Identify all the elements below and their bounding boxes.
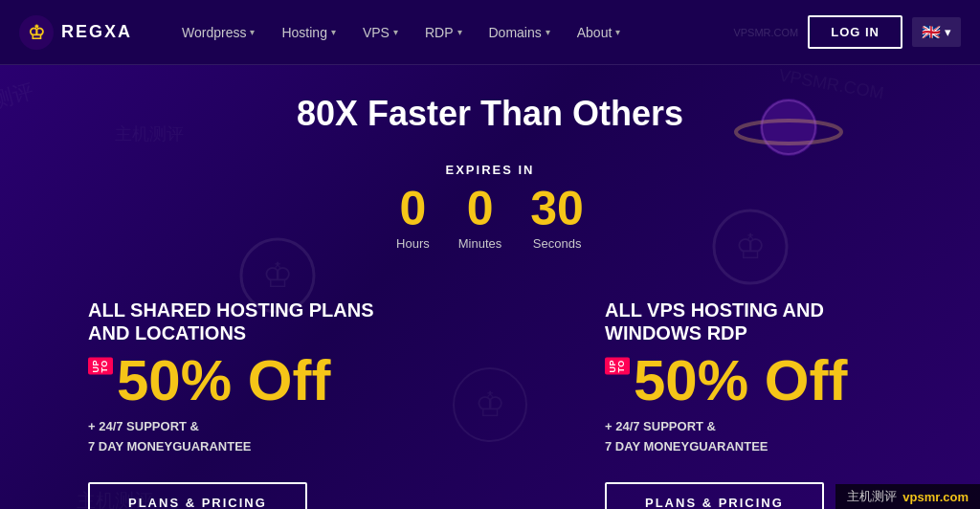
countdown-hours: 0 Hours (396, 185, 430, 251)
nav-right: VPSMR.COM LOG IN 🇬🇧 ▾ (733, 15, 961, 49)
expires-section: EXPIRES IN 0 Hours 0 Minutes 30 Seconds (396, 163, 584, 251)
login-button[interactable]: LOG IN (808, 15, 902, 49)
chevron-down-icon: ▾ (945, 25, 951, 39)
offer-card-vps-hosting: ALL VPS HOSTING AND WINDOWS RDP UPTO 50%… (567, 279, 930, 509)
discount-right: 50% Off (634, 352, 847, 409)
logo-icon: ♔ (19, 15, 54, 50)
up-to-badge-right: UPTO (605, 358, 630, 375)
offer-right-title: ALL VPS HOSTING AND WINDOWS RDP (605, 299, 892, 344)
discount-row-right: UPTO 50% Off (605, 352, 847, 409)
plans-pricing-button-right[interactable]: PLANS & PRICING (605, 482, 824, 509)
hero-section: 机测评 主机测评 VPSMR.COM 主机测评 VPSMR.COM ♔ ♔ 80… (0, 65, 980, 509)
nav-item-domains[interactable]: Domains ▾ (478, 17, 562, 48)
svg-text:♔: ♔ (735, 227, 766, 266)
nav-item-hosting[interactable]: Hosting ▾ (270, 17, 346, 48)
countdown-minutes: 0 Minutes (458, 185, 502, 251)
nav-item-about[interactable]: About ▾ (566, 17, 633, 48)
discount-left: 50% Off (117, 352, 330, 409)
middle-watermark: ♔ (452, 366, 528, 454)
support-text-left: + 24/7 SUPPORT &7 DAY MONEYGUARANTEE (88, 417, 251, 457)
hours-value: 0 (396, 185, 430, 232)
nav-item-vps[interactable]: VPS ▾ (351, 17, 410, 48)
svg-point-6 (760, 99, 817, 156)
expires-label: EXPIRES IN (396, 163, 584, 177)
chevron-down-icon: ▾ (615, 27, 620, 37)
navbar: ♔ REGXA Wordpress ▾ Hosting ▾ VPS ▾ RDP … (0, 0, 980, 65)
language-selector[interactable]: 🇬🇧 ▾ (912, 17, 961, 47)
footer-watermark: 主机测评 vpsmr.com (835, 484, 980, 509)
countdown-seconds: 30 Seconds (530, 185, 584, 251)
middle-spacer: ♔ (413, 279, 567, 509)
minutes-label: Minutes (458, 236, 502, 251)
up-to-badge-left: UPTO (88, 358, 113, 375)
chevron-down-icon: ▾ (250, 27, 255, 37)
footer-site-name: 主机测评 (847, 488, 897, 505)
svg-point-4 (714, 210, 787, 283)
nav-watermark: VPSMR.COM (733, 27, 798, 38)
svg-point-8 (762, 100, 815, 154)
planet-decoration (731, 84, 827, 161)
offers-row: ALL SHARED HOSTING PLANS AND LOCATIONS U… (19, 279, 961, 509)
chevron-down-icon: ▾ (331, 27, 336, 37)
countdown: 0 Hours 0 Minutes 30 Seconds (396, 185, 584, 251)
svg-text:♔: ♔ (475, 385, 505, 424)
hero-title: 80X Faster Than Others (297, 94, 683, 134)
footer-domain: vpsmr.com (902, 490, 969, 504)
nav-item-rdp[interactable]: RDP ▾ (413, 17, 474, 48)
offer-card-shared-hosting: ALL SHARED HOSTING PLANS AND LOCATIONS U… (50, 279, 413, 509)
watermark-2: 主机测评 (115, 122, 184, 145)
chevron-down-icon: ▾ (393, 27, 398, 37)
logo[interactable]: ♔ REGXA (19, 15, 132, 50)
plans-pricing-button-left[interactable]: PLANS & PRICING (88, 482, 307, 509)
chevron-down-icon: ▾ (546, 27, 550, 37)
watermark-1: 机测评 (0, 77, 37, 121)
nav-links: Wordpress ▾ Hosting ▾ VPS ▾ RDP ▾ Domain… (170, 17, 733, 48)
chevron-down-icon: ▾ (457, 27, 462, 37)
support-text-right: + 24/7 SUPPORT &7 DAY MONEYGUARANTEE (605, 417, 768, 457)
seconds-label: Seconds (530, 236, 584, 251)
minutes-value: 0 (458, 185, 502, 232)
svg-text:♔: ♔ (28, 22, 45, 43)
discount-row-left: UPTO 50% Off (88, 352, 330, 409)
svg-point-7 (736, 121, 841, 144)
offer-left-title: ALL SHARED HOSTING PLANS AND LOCATIONS (88, 299, 375, 344)
seconds-value: 30 (530, 185, 584, 232)
hours-label: Hours (396, 236, 430, 251)
uk-flag-icon: 🇬🇧 (922, 23, 941, 41)
logo-text: REGXA (61, 22, 132, 42)
nav-item-wordpress[interactable]: Wordpress ▾ (170, 17, 266, 48)
watermark-3: VPSMR.COM (777, 66, 885, 104)
